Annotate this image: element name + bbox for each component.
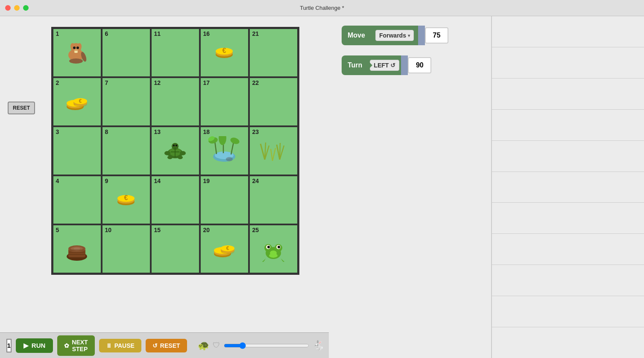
next-step-button[interactable]: ✿ NEXT STEP [57, 335, 94, 356]
maximize-button[interactable] [23, 5, 29, 11]
cell-number-25: 25 [252, 227, 259, 233]
step-counter: 1 [6, 339, 12, 352]
grid-cell-8: 8 [102, 126, 151, 175]
grid-cell-17: 17 [200, 77, 249, 126]
grid-cell-18: 18 [200, 126, 249, 175]
turn-verb-label: Turn [348, 61, 362, 69]
svg-point-4 [73, 47, 76, 49]
cell-number-24: 24 [252, 178, 259, 184]
shield-icon: 🛡 [213, 341, 220, 350]
left-panel: RESET 1 61116 € 212 [0, 16, 329, 358]
svg-point-79 [270, 250, 277, 256]
svg-point-77 [278, 246, 280, 248]
svg-point-30 [176, 145, 177, 146]
window-title: Turtle Challenge * [300, 5, 344, 11]
cell-number-7: 7 [105, 80, 108, 86]
pause-icon: ⏸ [106, 342, 112, 349]
cell-number-17: 17 [203, 80, 210, 86]
cell-icon-9: € [104, 178, 148, 222]
grid-cell-7: 7 [102, 77, 151, 126]
cell-number-15: 15 [154, 227, 161, 233]
svg-point-42 [229, 136, 240, 145]
svg-point-76 [267, 246, 270, 248]
cell-number-5: 5 [56, 227, 59, 233]
grid-cell-12: 12 [151, 77, 200, 126]
cell-number-19: 19 [203, 178, 210, 184]
grid-cell-3: 3 [53, 126, 102, 175]
grid-cell-24: 24 [249, 175, 298, 224]
cell-icon-5 [55, 227, 99, 271]
cell-number-12: 12 [154, 80, 161, 86]
cell-icon-13 [153, 129, 197, 173]
cell-number-11: 11 [154, 31, 161, 37]
svg-point-29 [173, 145, 175, 146]
move-direction-value: Forwards [379, 32, 406, 39]
move-direction-select[interactable]: Forwards ▾ [375, 30, 414, 41]
grid-container: 1 61116 € 212 € [51, 27, 299, 275]
speed-slider[interactable] [224, 342, 309, 349]
grid-cell-5: 5 [53, 224, 102, 274]
turn-verb: Turn [342, 55, 368, 75]
grid-cell-20: 20 € € [200, 224, 249, 274]
pause-button[interactable]: ⏸ PAUSE [99, 339, 141, 352]
grid-cell-10: 10 [102, 224, 151, 274]
titlebar: Turtle Challenge * [0, 0, 644, 16]
next-step-icon: ✿ [64, 342, 69, 349]
turn-connector [401, 55, 408, 75]
speed-area: 🐢 🛡 🐇 [198, 340, 324, 351]
right-line-6 [492, 172, 644, 203]
close-button[interactable] [5, 5, 11, 11]
grid-cell-25: 25 [249, 224, 298, 274]
cell-number-20: 20 [203, 227, 210, 233]
grid-cell-2: 2 € € [53, 77, 102, 126]
grid-cell-16: 16 € [200, 28, 249, 77]
right-line-11 [492, 327, 644, 358]
run-label: RUN [32, 342, 46, 349]
run-button[interactable]: ▶ RUN [16, 338, 53, 353]
cell-number-14: 14 [154, 178, 161, 184]
svg-line-49 [271, 149, 272, 161]
right-line-3 [492, 79, 644, 110]
reset-bar-button[interactable]: ↺ RESET [146, 339, 187, 352]
cell-number-8: 8 [105, 129, 108, 135]
svg-text:€: € [222, 47, 226, 54]
middle-panel: Move Forwards ▾ 75 Turn LEFT ↺ [329, 16, 491, 358]
cell-icon-25 [252, 227, 296, 271]
grid-cell-13: 13 [151, 126, 200, 175]
turn-direction-value: LEFT [374, 62, 389, 69]
svg-text:€: € [226, 245, 229, 251]
turn-direction-select[interactable]: LEFT ↺ [370, 60, 399, 71]
minimize-button[interactable] [14, 5, 20, 11]
grid-cell-6: 6 [102, 28, 151, 77]
cell-number-21: 21 [252, 31, 259, 37]
svg-line-41 [231, 142, 234, 154]
svg-point-59 [73, 247, 80, 250]
cell-number-3: 3 [56, 129, 59, 135]
turtle-icon: 🐢 [198, 340, 209, 351]
grid-cell-4: 4 [53, 175, 102, 224]
cell-number-4: 4 [56, 178, 59, 184]
next-step-label: NEXT STEP [72, 339, 88, 352]
right-line-2 [492, 47, 644, 79]
cell-number-6: 6 [105, 31, 108, 37]
cell-number-23: 23 [252, 129, 259, 135]
reset-side-button[interactable]: RESET [8, 102, 35, 114]
cell-icon-1 [55, 31, 99, 75]
right-line-1 [492, 16, 644, 47]
svg-point-26 [180, 151, 186, 155]
grid-cell-21: 21 [249, 28, 298, 77]
cell-icon-23 [252, 129, 296, 173]
grid-cell-23: 23 [249, 126, 298, 175]
cell-number-16: 16 [203, 31, 210, 37]
cell-number-10: 10 [105, 227, 112, 233]
grid-cell-19: 19 [200, 175, 249, 224]
titlebar-buttons [5, 5, 29, 11]
grid-cell-22: 22 [249, 77, 298, 126]
move-direction-area: Forwards ▾ [371, 26, 418, 45]
turn-value[interactable]: 90 [408, 57, 431, 73]
move-value[interactable]: 75 [425, 27, 448, 44]
right-line-7 [492, 203, 644, 234]
cell-icon-16: € [202, 31, 246, 75]
move-verb-label: Move [348, 32, 365, 39]
cell-number-1: 1 [56, 31, 59, 37]
